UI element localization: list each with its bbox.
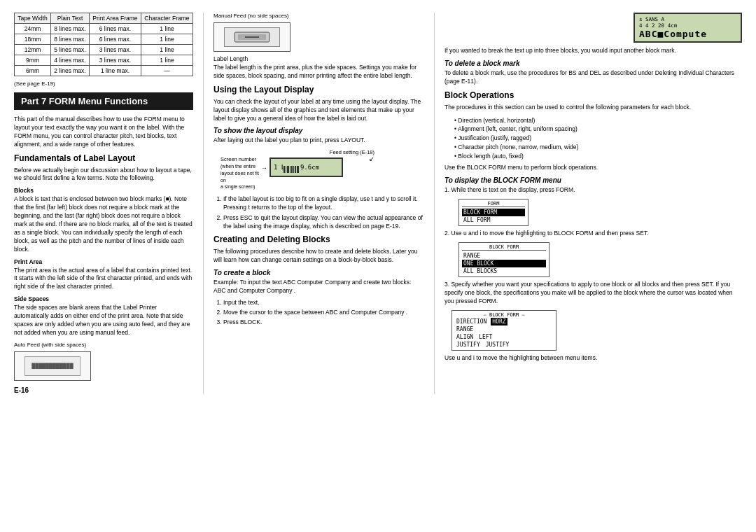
lcd-line1: s SANS A — [639, 16, 736, 22]
layout-display-body: You can check the layout of your label a… — [214, 98, 424, 123]
block-operations-title: Block Operations — [444, 90, 742, 100]
dir-menu-title: — BLOCK FORM — — [455, 312, 553, 318]
layout-screen-diagram: Feed setting (E-18) ↙ Screen number (whe… — [220, 149, 374, 191]
printer-icon — [231, 29, 273, 45]
lcd-top-display-wrapper: s SANS A 4 4 2 20 4cm ABC■Compute — [444, 13, 742, 43]
svg-rect-2 — [245, 36, 259, 38]
dir-menu-row-range: RANGE — [455, 326, 553, 333]
dir-menu-row-direction: DIRECTION HORZ — [455, 318, 553, 326]
print-area-body: The print area is the actual area of a l… — [14, 267, 193, 292]
form-menu-box: FORM BLOCK FORM ALL FORM — [458, 199, 528, 226]
table-row: 12mm 5 lines max. 3 lines max. 1 line — [15, 45, 193, 55]
range-label: RANGE — [455, 326, 475, 333]
justify-value: JUSTIFY — [484, 341, 511, 349]
tape-width-table: Tape Width Plain Text Print Area Frame C… — [14, 13, 193, 76]
col-header-char-frame: Character Frame — [141, 13, 192, 24]
form-menu-title: FORM — [462, 201, 525, 207]
fundamentals-title: Fundamentals of Label Layout — [14, 153, 193, 163]
layout-step-2: If the label layout is too big to fit on… — [223, 195, 424, 212]
align-label: ALIGN — [455, 333, 475, 341]
direction-menu-box: — BLOCK FORM — DIRECTION HORZ RANGE ALIG… — [451, 310, 556, 351]
page: Tape Width Plain Text Print Area Frame C… — [0, 0, 756, 532]
dir-menu-row-justify: JUSTIFY JUSTIFY — [455, 341, 553, 349]
part7-header: Part 7 FORM Menu Functions — [14, 92, 193, 110]
side-spaces-body: The side spaces are blank areas that the… — [14, 304, 193, 337]
blocks-body: A block is text that is enclosed between… — [14, 195, 193, 253]
show-layout-body: After laying out the label you plan to p… — [214, 136, 424, 145]
layout-display-title: Using the Layout Display — [214, 85, 424, 94]
middle-column: Manual Feed (no side spaces) Label Lengt… — [203, 13, 434, 394]
block-form-menu-title: BLOCK FORM — [462, 244, 546, 251]
fundamentals-body: Before we actually begin our discussion … — [14, 167, 193, 183]
break-text: If you wanted to break the text up into … — [444, 47, 742, 55]
block-params-list: Direction (vertical, horizontal) Alignme… — [444, 116, 742, 161]
display-block-form-title: To display the BLOCK FORM menu — [444, 176, 742, 184]
col-header-plain-text: Plain Text — [51, 13, 90, 24]
blocks-title: Blocks — [14, 187, 193, 194]
param-char-pitch: Character pitch (none, narrow, medium, w… — [454, 143, 742, 152]
lcd-line2: ABC■Compute — [639, 29, 736, 39]
justify-label: JUSTIFY — [455, 341, 482, 349]
lcd-top-display: s SANS A 4 4 2 20 4cm ABC■Compute — [634, 13, 742, 43]
table-row: 9mm 4 lines max. 3 lines max. 1 line — [15, 55, 193, 66]
block-form-step2: 2. Use u and i to move the highlighting … — [444, 230, 742, 238]
block-form-step3: 3. Specify whether you want your specifi… — [444, 281, 742, 306]
block-operations-body: The procedures in this section can be us… — [444, 104, 742, 112]
layout-step-3: Press ESC to quit the layout display. Yo… — [223, 214, 424, 231]
block-form-all-blocks: ALL BLOCKS — [462, 267, 546, 275]
delete-block-body: To delete a block mark, use the procedur… — [444, 69, 742, 86]
page-number: E-16 — [14, 386, 193, 394]
block-form-step4: Use u and i to move the highlighting bet… — [444, 354, 742, 363]
create-step-1: Input the text. — [223, 299, 424, 307]
manual-feed-illustration — [214, 22, 290, 52]
create-block-steps: Input the text. Move the cursor to the s… — [214, 299, 424, 327]
form-menu-all-form: ALL FORM — [462, 216, 525, 224]
part7-intro: This part of the manual describes how to… — [14, 115, 193, 149]
manual-feed-label: Manual Feed (no side spaces) — [214, 13, 424, 19]
label-length-body: The label length is the print area, plus… — [214, 64, 424, 80]
block-form-step1: 1. While there is text on the display, p… — [444, 186, 742, 195]
print-area-title: Print Area — [14, 258, 193, 265]
side-spaces-title: Side Spaces — [14, 295, 193, 302]
col-header-tape-width: Tape Width — [15, 13, 51, 24]
creating-deleting-title: Creating and Deleting Blocks — [214, 234, 424, 244]
param-block-length: Block length (auto, fixed) — [454, 152, 742, 161]
table-note: (See page E-19) — [14, 80, 193, 87]
create-step-3: Press BLOCK. — [223, 318, 424, 327]
create-step-2: Move the cursor to the space between ABC… — [223, 309, 424, 317]
auto-feed-illustration: ████████████ — [14, 351, 91, 381]
right-column: s SANS A 4 4 2 20 4cm ABC■Compute If you… — [434, 13, 742, 394]
param-alignment: Alignment (left, center, right, uniform … — [454, 125, 742, 134]
show-layout-title: To show the layout display — [214, 127, 424, 134]
dir-menu-row-align: ALIGN LEFT — [455, 333, 553, 341]
create-block-title: To create a block — [214, 269, 424, 276]
dir-label: DIRECTION — [455, 318, 488, 326]
left-column: Tape Width Plain Text Print Area Frame C… — [14, 13, 203, 394]
form-menu-block-form: BLOCK FORM — [462, 209, 525, 216]
auto-feed-label: Auto Feed (with side spaces) — [14, 342, 193, 348]
layout-steps: If the label layout is too big to fit on… — [214, 195, 424, 231]
param-direction: Direction (vertical, horizontal) — [454, 116, 742, 125]
table-row: 18mm 8 lines max. 6 lines max. 1 line — [15, 34, 193, 45]
label-length-title: Label Length — [214, 55, 424, 62]
dir-value: HORZ — [491, 318, 507, 326]
delete-block-title: To delete a block mark — [444, 59, 742, 67]
arrow-to-screen: → — [261, 164, 267, 172]
create-block-example: Example: To input the text ABC Computer … — [214, 279, 424, 295]
table-row: 6mm 2 lines max. 1 line max. — — [15, 66, 193, 76]
lcd-line1b: 4 4 2 20 4cm — [639, 22, 736, 29]
screen-number-label: Screen number (when the entirelayout doe… — [220, 156, 262, 190]
block-form-range: RANGE — [462, 252, 546, 260]
use-block-form: Use the BLOCK FORM menu to perform block… — [444, 164, 742, 172]
table-row: 24mm 8 lines max. 6 lines max. 1 line — [15, 24, 193, 34]
barcode-graphic — [284, 166, 299, 173]
block-form-one-block: ONE BLOCK — [462, 260, 546, 267]
block-form-menu-box: BLOCK FORM RANGE ONE BLOCK ALL BLOCKS — [458, 242, 550, 277]
col-header-print-area: Print Area Frame — [89, 13, 141, 24]
creating-deleting-body: The following procedures describe how to… — [214, 248, 424, 265]
param-justification: Justification (justify, ragged) — [454, 134, 742, 143]
layout-lcd: 1 L 9.6cm — [270, 158, 343, 177]
align-value: LEFT — [477, 333, 493, 341]
